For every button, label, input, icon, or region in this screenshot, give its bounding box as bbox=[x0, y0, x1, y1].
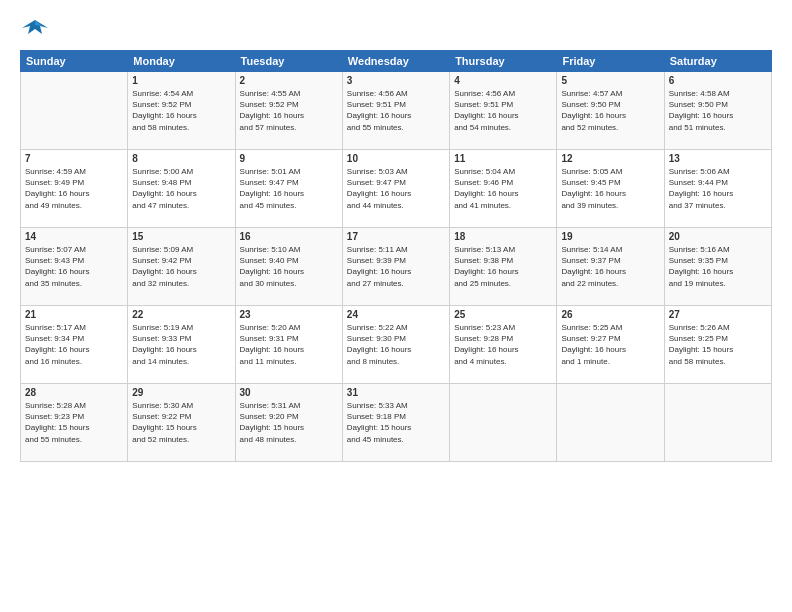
day-content: Sunrise: 5:28 AM Sunset: 9:23 PM Dayligh… bbox=[25, 400, 123, 445]
day-number: 15 bbox=[132, 231, 230, 242]
day-content: Sunrise: 5:03 AM Sunset: 9:47 PM Dayligh… bbox=[347, 166, 445, 211]
calendar-cell: 1Sunrise: 4:54 AM Sunset: 9:52 PM Daylig… bbox=[128, 72, 235, 150]
calendar-cell: 29Sunrise: 5:30 AM Sunset: 9:22 PM Dayli… bbox=[128, 384, 235, 462]
day-content: Sunrise: 5:22 AM Sunset: 9:30 PM Dayligh… bbox=[347, 322, 445, 367]
day-content: Sunrise: 5:04 AM Sunset: 9:46 PM Dayligh… bbox=[454, 166, 552, 211]
col-header-tuesday: Tuesday bbox=[235, 51, 342, 72]
header bbox=[20, 16, 772, 40]
col-header-friday: Friday bbox=[557, 51, 664, 72]
day-content: Sunrise: 4:59 AM Sunset: 9:49 PM Dayligh… bbox=[25, 166, 123, 211]
calendar-cell: 16Sunrise: 5:10 AM Sunset: 9:40 PM Dayli… bbox=[235, 228, 342, 306]
day-content: Sunrise: 5:09 AM Sunset: 9:42 PM Dayligh… bbox=[132, 244, 230, 289]
calendar-cell: 15Sunrise: 5:09 AM Sunset: 9:42 PM Dayli… bbox=[128, 228, 235, 306]
day-content: Sunrise: 5:17 AM Sunset: 9:34 PM Dayligh… bbox=[25, 322, 123, 367]
calendar-cell: 18Sunrise: 5:13 AM Sunset: 9:38 PM Dayli… bbox=[450, 228, 557, 306]
day-number: 11 bbox=[454, 153, 552, 164]
calendar-cell bbox=[557, 384, 664, 462]
day-number: 27 bbox=[669, 309, 767, 320]
day-content: Sunrise: 5:06 AM Sunset: 9:44 PM Dayligh… bbox=[669, 166, 767, 211]
day-number: 25 bbox=[454, 309, 552, 320]
calendar-cell bbox=[450, 384, 557, 462]
calendar-cell: 4Sunrise: 4:56 AM Sunset: 9:51 PM Daylig… bbox=[450, 72, 557, 150]
calendar-cell: 8Sunrise: 5:00 AM Sunset: 9:48 PM Daylig… bbox=[128, 150, 235, 228]
calendar-cell bbox=[664, 384, 771, 462]
day-content: Sunrise: 5:19 AM Sunset: 9:33 PM Dayligh… bbox=[132, 322, 230, 367]
calendar-cell: 23Sunrise: 5:20 AM Sunset: 9:31 PM Dayli… bbox=[235, 306, 342, 384]
calendar-cell: 20Sunrise: 5:16 AM Sunset: 9:35 PM Dayli… bbox=[664, 228, 771, 306]
calendar-cell: 3Sunrise: 4:56 AM Sunset: 9:51 PM Daylig… bbox=[342, 72, 449, 150]
day-number: 12 bbox=[561, 153, 659, 164]
day-content: Sunrise: 5:31 AM Sunset: 9:20 PM Dayligh… bbox=[240, 400, 338, 445]
day-content: Sunrise: 5:30 AM Sunset: 9:22 PM Dayligh… bbox=[132, 400, 230, 445]
calendar-cell bbox=[21, 72, 128, 150]
day-content: Sunrise: 4:54 AM Sunset: 9:52 PM Dayligh… bbox=[132, 88, 230, 133]
header-row: SundayMondayTuesdayWednesdayThursdayFrid… bbox=[21, 51, 772, 72]
day-number: 22 bbox=[132, 309, 230, 320]
page: SundayMondayTuesdayWednesdayThursdayFrid… bbox=[0, 0, 792, 612]
day-number: 18 bbox=[454, 231, 552, 242]
calendar-cell: 21Sunrise: 5:17 AM Sunset: 9:34 PM Dayli… bbox=[21, 306, 128, 384]
day-content: Sunrise: 5:23 AM Sunset: 9:28 PM Dayligh… bbox=[454, 322, 552, 367]
calendar-cell: 25Sunrise: 5:23 AM Sunset: 9:28 PM Dayli… bbox=[450, 306, 557, 384]
day-number: 26 bbox=[561, 309, 659, 320]
day-content: Sunrise: 5:14 AM Sunset: 9:37 PM Dayligh… bbox=[561, 244, 659, 289]
day-content: Sunrise: 5:11 AM Sunset: 9:39 PM Dayligh… bbox=[347, 244, 445, 289]
day-number: 31 bbox=[347, 387, 445, 398]
day-number: 10 bbox=[347, 153, 445, 164]
calendar-cell: 31Sunrise: 5:33 AM Sunset: 9:18 PM Dayli… bbox=[342, 384, 449, 462]
day-number: 4 bbox=[454, 75, 552, 86]
day-content: Sunrise: 5:33 AM Sunset: 9:18 PM Dayligh… bbox=[347, 400, 445, 445]
day-number: 8 bbox=[132, 153, 230, 164]
calendar-cell: 10Sunrise: 5:03 AM Sunset: 9:47 PM Dayli… bbox=[342, 150, 449, 228]
day-content: Sunrise: 5:26 AM Sunset: 9:25 PM Dayligh… bbox=[669, 322, 767, 367]
col-header-monday: Monday bbox=[128, 51, 235, 72]
day-number: 28 bbox=[25, 387, 123, 398]
calendar-cell: 12Sunrise: 5:05 AM Sunset: 9:45 PM Dayli… bbox=[557, 150, 664, 228]
calendar-cell: 7Sunrise: 4:59 AM Sunset: 9:49 PM Daylig… bbox=[21, 150, 128, 228]
day-number: 20 bbox=[669, 231, 767, 242]
col-header-saturday: Saturday bbox=[664, 51, 771, 72]
col-header-sunday: Sunday bbox=[21, 51, 128, 72]
svg-marker-1 bbox=[35, 20, 42, 26]
day-content: Sunrise: 5:00 AM Sunset: 9:48 PM Dayligh… bbox=[132, 166, 230, 211]
day-content: Sunrise: 4:55 AM Sunset: 9:52 PM Dayligh… bbox=[240, 88, 338, 133]
calendar-cell: 6Sunrise: 4:58 AM Sunset: 9:50 PM Daylig… bbox=[664, 72, 771, 150]
calendar-cell: 26Sunrise: 5:25 AM Sunset: 9:27 PM Dayli… bbox=[557, 306, 664, 384]
day-number: 5 bbox=[561, 75, 659, 86]
day-number: 29 bbox=[132, 387, 230, 398]
calendar-cell: 2Sunrise: 4:55 AM Sunset: 9:52 PM Daylig… bbox=[235, 72, 342, 150]
logo bbox=[20, 16, 54, 40]
calendar-cell: 11Sunrise: 5:04 AM Sunset: 9:46 PM Dayli… bbox=[450, 150, 557, 228]
calendar-cell: 30Sunrise: 5:31 AM Sunset: 9:20 PM Dayli… bbox=[235, 384, 342, 462]
calendar-table: SundayMondayTuesdayWednesdayThursdayFrid… bbox=[20, 50, 772, 462]
day-content: Sunrise: 4:56 AM Sunset: 9:51 PM Dayligh… bbox=[454, 88, 552, 133]
calendar-cell: 27Sunrise: 5:26 AM Sunset: 9:25 PM Dayli… bbox=[664, 306, 771, 384]
calendar-cell: 13Sunrise: 5:06 AM Sunset: 9:44 PM Dayli… bbox=[664, 150, 771, 228]
day-number: 30 bbox=[240, 387, 338, 398]
day-number: 23 bbox=[240, 309, 338, 320]
day-number: 3 bbox=[347, 75, 445, 86]
calendar-cell: 22Sunrise: 5:19 AM Sunset: 9:33 PM Dayli… bbox=[128, 306, 235, 384]
calendar-cell: 9Sunrise: 5:01 AM Sunset: 9:47 PM Daylig… bbox=[235, 150, 342, 228]
day-content: Sunrise: 5:10 AM Sunset: 9:40 PM Dayligh… bbox=[240, 244, 338, 289]
day-content: Sunrise: 5:13 AM Sunset: 9:38 PM Dayligh… bbox=[454, 244, 552, 289]
day-number: 14 bbox=[25, 231, 123, 242]
col-header-wednesday: Wednesday bbox=[342, 51, 449, 72]
day-content: Sunrise: 4:58 AM Sunset: 9:50 PM Dayligh… bbox=[669, 88, 767, 133]
week-row-3: 14Sunrise: 5:07 AM Sunset: 9:43 PM Dayli… bbox=[21, 228, 772, 306]
day-number: 21 bbox=[25, 309, 123, 320]
day-content: Sunrise: 4:57 AM Sunset: 9:50 PM Dayligh… bbox=[561, 88, 659, 133]
col-header-thursday: Thursday bbox=[450, 51, 557, 72]
day-number: 24 bbox=[347, 309, 445, 320]
day-content: Sunrise: 5:25 AM Sunset: 9:27 PM Dayligh… bbox=[561, 322, 659, 367]
calendar-cell: 14Sunrise: 5:07 AM Sunset: 9:43 PM Dayli… bbox=[21, 228, 128, 306]
day-content: Sunrise: 4:56 AM Sunset: 9:51 PM Dayligh… bbox=[347, 88, 445, 133]
calendar-cell: 19Sunrise: 5:14 AM Sunset: 9:37 PM Dayli… bbox=[557, 228, 664, 306]
day-content: Sunrise: 5:07 AM Sunset: 9:43 PM Dayligh… bbox=[25, 244, 123, 289]
calendar-cell: 24Sunrise: 5:22 AM Sunset: 9:30 PM Dayli… bbox=[342, 306, 449, 384]
day-number: 19 bbox=[561, 231, 659, 242]
day-number: 1 bbox=[132, 75, 230, 86]
day-number: 13 bbox=[669, 153, 767, 164]
day-number: 9 bbox=[240, 153, 338, 164]
day-number: 6 bbox=[669, 75, 767, 86]
